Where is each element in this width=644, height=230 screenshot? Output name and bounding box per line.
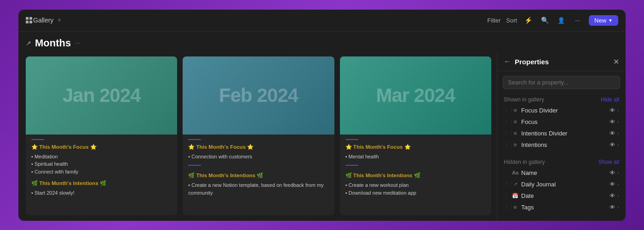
property-type-icon: ≡: [511, 141, 519, 148]
add-view-button[interactable]: +: [57, 16, 61, 24]
drag-handle-icon: ⋮⋮: [504, 107, 509, 113]
visibility-eye-icon[interactable]: 👁: [610, 118, 615, 125]
list-item: • Connect with family: [31, 168, 172, 176]
card-intentions-items-mar: • Create a new workout plan • Download n…: [345, 181, 486, 196]
property-name-date: Date: [521, 192, 608, 199]
card-cover-text-mar: Mar 2024: [376, 84, 455, 107]
sort-button[interactable]: Sort: [506, 17, 517, 24]
property-type-icon: ≡: [511, 204, 519, 211]
toolbar: Gallery + Filter Sort ⚡ 🔍 👤 ··· New ▼: [18, 10, 626, 32]
list-item: • Start 2024 slowly!: [31, 189, 172, 197]
show-all-button[interactable]: Show all: [598, 159, 619, 165]
panel-header: ← Properties ✕: [497, 53, 626, 71]
panel-back-button[interactable]: ←: [504, 57, 511, 66]
visibility-eye-icon[interactable]: 👁: [610, 141, 615, 148]
lightning-icon[interactable]: ⚡: [523, 15, 534, 26]
app-window: Gallery + Filter Sort ⚡ 🔍 👤 ··· New ▼ ↗ …: [18, 10, 626, 221]
card-focus-items-feb: • Connection with customers: [188, 153, 328, 161]
drag-handle-icon: ⋮⋮: [504, 142, 509, 148]
plus-icon: ＋: [506, 219, 514, 221]
card-cover-feb: Feb 2024: [183, 56, 334, 135]
card-divider-jan: [31, 139, 44, 140]
drag-handle-icon: ⋮⋮: [504, 204, 509, 210]
list-item: • Mental health: [345, 153, 486, 161]
property-row-intentions-divider[interactable]: ⋮⋮ ≡ Intentions Divider 👁 ›: [499, 128, 624, 139]
card-intentions-items-jan: • Start 2024 slowly!: [31, 189, 172, 197]
gallery-tab-label: Gallery: [33, 17, 53, 24]
property-chevron-icon: ›: [617, 130, 619, 136]
visibility-eye-icon[interactable]: 👁: [610, 192, 615, 199]
new-button-label: New: [594, 17, 606, 24]
property-type-icon: ↗: [511, 181, 519, 187]
panel-bottom-actions: ＋ + New property ℹ Learn about propertie…: [497, 213, 626, 221]
card-divider-mar: [345, 139, 358, 140]
property-search-input[interactable]: [503, 76, 620, 89]
card-focus-items-jan: • Meditation • Spiritual health • Connec…: [31, 153, 172, 176]
property-row-date[interactable]: ⋮⋮ 📅 Date 👁 ›: [499, 190, 624, 202]
property-chevron-icon: ›: [617, 170, 619, 175]
property-row-tags[interactable]: ⋮⋮ ≡ Tags 👁 ›: [499, 202, 624, 213]
property-chevron-icon: ›: [617, 107, 619, 113]
visibility-eye-icon[interactable]: 👁: [610, 130, 615, 137]
page-header: ↗ Months ···: [18, 32, 626, 53]
property-name-intentions: Intentions: [521, 141, 608, 148]
property-name-name: Name: [521, 169, 608, 176]
property-type-icon: ≡: [511, 130, 519, 137]
page-title: Months: [35, 37, 71, 49]
more-options-icon[interactable]: ···: [572, 15, 583, 26]
card-intentions-title-feb: 🌿 This Month's Intentions 🌿: [188, 172, 328, 179]
list-item: • Create a new Notion template, based on…: [188, 181, 328, 196]
property-name-focus: Focus: [521, 118, 608, 125]
property-row-daily-journal[interactable]: ⋮⋮ ↗ Daily Journal 👁 ›: [499, 179, 624, 190]
card-cover-text-jan: Jan 2024: [63, 84, 140, 107]
card-focus-title-mar: ⭐ This Month's Focus ⭐: [345, 144, 486, 150]
property-chevron-icon: ›: [617, 119, 619, 124]
visibility-eye-icon[interactable]: 👁: [610, 204, 615, 211]
shown-in-gallery-section: Shown in gallery Hide all: [497, 94, 626, 105]
list-item: • Download new meditation app: [345, 189, 486, 197]
toolbar-left: Gallery +: [26, 16, 62, 24]
card-mar-2024[interactable]: Mar 2024 ⭐ This Month's Focus ⭐ • Mental…: [340, 56, 491, 215]
property-chevron-icon: ›: [617, 193, 619, 198]
property-name-daily-journal: Daily Journal: [521, 181, 608, 188]
panel-title: Properties: [515, 58, 549, 66]
card-divider2-feb: [188, 165, 201, 166]
property-row-intentions[interactable]: ⋮⋮ ≡ Intentions 👁 ›: [499, 139, 624, 151]
panel-close-button[interactable]: ✕: [613, 57, 619, 66]
gallery-area: Jan 2024 ⭐ This Month's Focus ⭐ • Medita…: [18, 53, 497, 221]
gallery-view-tab[interactable]: Gallery: [26, 17, 53, 24]
card-focus-items-mar: • Mental health: [345, 153, 486, 161]
card-focus-title-feb: ⭐ This Month's Focus ⭐: [188, 144, 328, 150]
property-row-focus[interactable]: ⋮⋮ ≡ Focus 👁 ›: [499, 116, 624, 128]
card-cover-text-feb: Feb 2024: [219, 84, 298, 107]
filter-button[interactable]: Filter: [487, 17, 500, 24]
visibility-eye-icon[interactable]: 👁: [610, 181, 615, 188]
new-property-button[interactable]: ＋ + New property: [502, 217, 621, 221]
properties-panel: ← Properties ✕ Shown in gallery Hide all…: [497, 53, 626, 221]
new-button-chevron: ▼: [608, 18, 613, 23]
card-body-jan: ⭐ This Month's Focus ⭐ • Meditation • Sp…: [26, 135, 177, 215]
new-property-label: + New property: [518, 219, 558, 221]
search-icon[interactable]: 🔍: [539, 15, 550, 26]
page-title-more-icon[interactable]: ···: [75, 39, 80, 47]
property-row-name[interactable]: ⋮⋮ Aa Name 👁 ›: [499, 167, 624, 179]
hidden-label: Hidden in gallery: [504, 159, 545, 165]
gallery-icon: [26, 17, 32, 23]
new-button[interactable]: New ▼: [589, 15, 618, 26]
visibility-eye-icon[interactable]: 👁: [610, 107, 615, 114]
visibility-eye-icon[interactable]: 👁: [610, 169, 615, 176]
property-type-calendar-icon: 📅: [511, 193, 519, 199]
person-icon[interactable]: 👤: [556, 15, 567, 26]
card-cover-jan: Jan 2024: [26, 56, 177, 135]
card-focus-title-jan: ⭐ This Month's Focus ⭐: [31, 144, 172, 150]
main-content: Jan 2024 ⭐ This Month's Focus ⭐ • Medita…: [18, 53, 626, 221]
shown-label: Shown in gallery: [504, 96, 544, 103]
property-type-icon: ≡: [511, 118, 519, 125]
card-feb-2024[interactable]: Feb 2024 ⭐ This Month's Focus ⭐ • Connec…: [183, 56, 334, 215]
property-row-focus-divider[interactable]: ⋮⋮ ≡ Focus Divider 👁 ›: [499, 105, 624, 116]
gallery-cards: Jan 2024 ⭐ This Month's Focus ⭐ • Medita…: [26, 56, 491, 215]
card-intentions-items-feb: • Create a new Notion template, based on…: [188, 181, 328, 196]
card-jan-2024[interactable]: Jan 2024 ⭐ This Month's Focus ⭐ • Medita…: [26, 56, 177, 215]
hide-all-button[interactable]: Hide all: [601, 96, 619, 103]
property-chevron-icon: ›: [617, 204, 619, 210]
